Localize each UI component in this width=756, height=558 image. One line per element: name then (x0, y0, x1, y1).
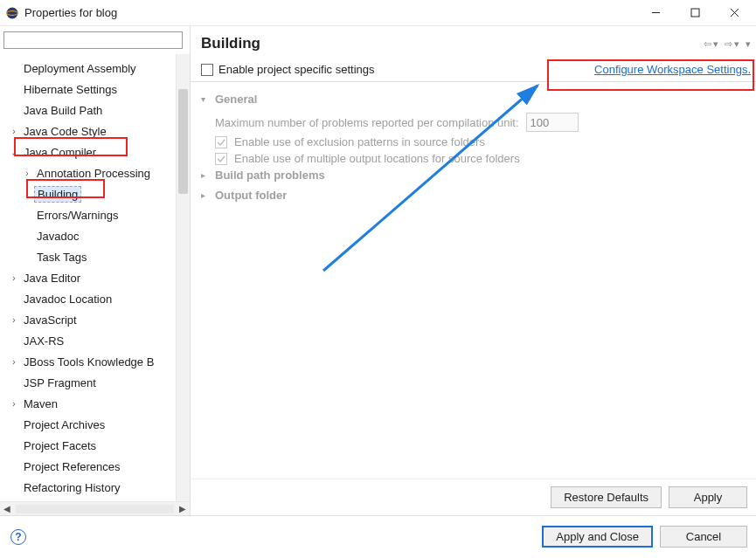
tree-item-errors-warnings[interactable]: Errors/Warnings (0, 204, 176, 225)
tree-item-label: Errors/Warnings (34, 208, 121, 223)
tree-item-label: JAX-RS (21, 334, 66, 348)
forward-icon[interactable]: ⇨ (725, 38, 732, 50)
filter-input[interactable] (3, 31, 183, 49)
multiout-checkbox (215, 153, 227, 165)
tree-item-label: Task Tags (34, 250, 90, 265)
tree-item-javadoc-location[interactable]: Javadoc Location (0, 288, 176, 309)
page-title: Building (201, 35, 704, 52)
tree-item-javadoc[interactable]: Javadoc (0, 225, 176, 246)
tree-item-label: JSP Fragment (21, 375, 99, 390)
tree-item-javascript[interactable]: ›JavaScript (0, 309, 176, 330)
tree-item-label: Java Build Path (21, 103, 105, 118)
back-icon[interactable]: ⇦ (704, 38, 711, 50)
close-button[interactable] (715, 0, 754, 25)
max-problems-label: Maximum number of problems reported per … (215, 116, 519, 129)
tree-item-jboss-tools-knowledge-b[interactable]: ›JBoss Tools Knowledge B (0, 351, 176, 372)
svg-rect-3 (691, 9, 699, 17)
tree-item-label: Javadoc (34, 229, 81, 244)
minimize-button[interactable] (636, 0, 676, 25)
chevron-right-icon: › (9, 273, 19, 283)
cancel-button[interactable]: Cancel (660, 526, 747, 548)
chevron-right-icon: › (9, 399, 19, 409)
property-tree[interactable]: Deployment AssemblyHibernate SettingsJav… (0, 54, 176, 501)
tree-item-maven[interactable]: ›Maven (0, 393, 176, 414)
tree-item-building[interactable]: Building (0, 183, 176, 204)
eclipse-icon (5, 6, 19, 20)
tree-item-label: Java Editor (21, 271, 83, 286)
chevron-right-icon: › (9, 315, 19, 325)
history-nav[interactable]: ⇦▾ ⇨▾ ▾ (704, 38, 751, 50)
tree-item-label: Java Code Style (21, 124, 109, 139)
tree-item-project-facets[interactable]: Project Facets (0, 435, 176, 456)
apply-button[interactable]: Apply (669, 486, 747, 508)
section-output-folder[interactable]: ▸ Output folder (201, 189, 746, 202)
tree-item-java-compiler[interactable]: ⌄Java Compiler (0, 141, 176, 162)
tree-item-label: Project Facets (21, 438, 99, 453)
maximize-button[interactable] (676, 0, 715, 25)
tree-item-label: JavaScript (21, 313, 80, 327)
tree-item-jsp-fragment[interactable]: JSP Fragment (0, 372, 176, 393)
tree-item-label: Maven (21, 396, 60, 411)
chevron-down-icon: ⌄ (9, 148, 19, 157)
tree-item-label: Deployment Assembly (21, 61, 139, 76)
chevron-right-icon: › (9, 127, 19, 136)
tree-item-label: Refactoring History (21, 480, 123, 495)
main-panel: Building ⇦▾ ⇨▾ ▾ Enable project specific… (191, 26, 756, 515)
chevron-right-icon: › (9, 357, 19, 367)
tree-item-annotation-processing[interactable]: ›Annotation Processing (0, 162, 176, 183)
tree-item-run-debug-settings[interactable]: Run/Debug Settings (0, 498, 176, 501)
horizontal-scrollbar[interactable]: ◀▶ (0, 501, 190, 515)
configure-workspace-link[interactable]: Configure Workspace Settings. (594, 63, 751, 76)
tree-item-label: Project References (21, 459, 123, 474)
tree-item-task-tags[interactable]: Task Tags (0, 246, 176, 267)
chevron-right-icon: ▸ (201, 170, 212, 180)
chevron-right-icon: ▸ (201, 190, 212, 200)
tree-item-label: Annotation Processing (34, 166, 153, 181)
tree-item-deployment-assembly[interactable]: Deployment Assembly (0, 58, 176, 79)
tree-item-label: Run/Debug Settings (21, 501, 128, 502)
sidebar: Deployment AssemblyHibernate SettingsJav… (0, 26, 191, 515)
chevron-right-icon: › (22, 169, 32, 178)
max-problems-input (526, 113, 579, 132)
window-title: Properties for blog (24, 6, 636, 19)
tree-item-jax-rs[interactable]: JAX-RS (0, 330, 176, 351)
title-bar: Properties for blog (0, 0, 756, 26)
tree-item-project-references[interactable]: Project References (0, 456, 176, 477)
tree-item-hibernate-settings[interactable]: Hibernate Settings (0, 79, 176, 100)
svg-point-0 (7, 7, 18, 18)
restore-defaults-button[interactable]: Restore Defaults (551, 486, 662, 508)
tree-item-java-build-path[interactable]: Java Build Path (0, 100, 176, 121)
enable-project-specific-checkbox[interactable] (201, 64, 213, 76)
section-general[interactable]: ▾ General (201, 93, 746, 106)
chevron-down-icon: ▾ (201, 94, 212, 104)
help-icon[interactable]: ? (10, 529, 26, 545)
tree-item-label: JBoss Tools Knowledge B (21, 355, 156, 369)
tree-item-project-archives[interactable]: Project Archives (0, 414, 176, 435)
tree-item-java-editor[interactable]: ›Java Editor (0, 267, 176, 288)
footer-bar: ? Apply and Close Cancel (0, 515, 756, 557)
tree-item-java-code-style[interactable]: ›Java Code Style (0, 121, 176, 141)
tree-item-label: Java Compiler (21, 145, 99, 160)
tree-item-refactoring-history[interactable]: Refactoring History (0, 477, 176, 498)
enable-project-specific-label: Enable project specific settings (218, 63, 594, 76)
tree-item-label: Hibernate Settings (21, 82, 120, 97)
vertical-scrollbar[interactable] (176, 54, 190, 501)
tree-item-label: Building (34, 186, 81, 203)
exclusion-checkbox (215, 136, 227, 148)
tree-item-label: Javadoc Location (21, 292, 114, 307)
apply-and-close-button[interactable]: Apply and Close (542, 526, 653, 548)
section-build-path[interactable]: ▸ Build path problems (201, 169, 746, 182)
tree-item-label: Project Archives (21, 417, 108, 432)
